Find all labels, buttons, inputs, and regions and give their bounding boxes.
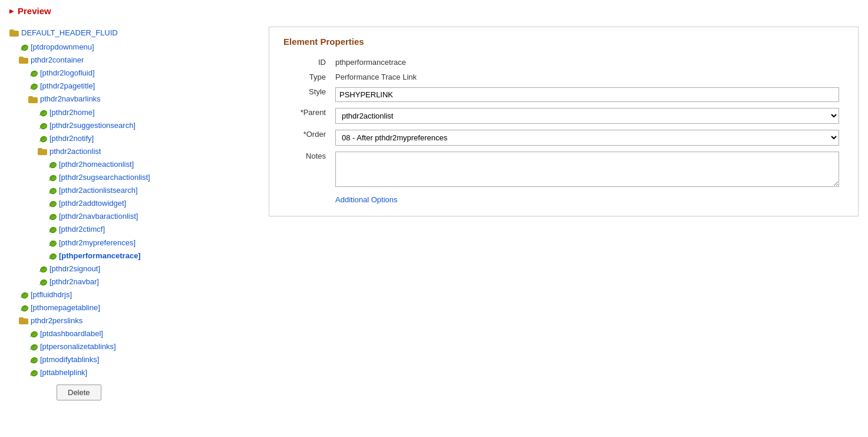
main-content: DEFAULT_HEADER_FLUID [ptdropdownmenu]pth… <box>9 27 859 400</box>
delete-button[interactable]: Delete <box>57 385 101 400</box>
tree-node-ptdashboardlabel[interactable]: [ptdashboardlabel] <box>9 327 257 340</box>
leaf-icon <box>28 82 38 90</box>
leaf-icon <box>38 134 47 143</box>
preview-title: Preview <box>18 6 51 16</box>
tree-node-pthperformancetrace[interactable]: [pthperformancetrace] <box>9 249 257 262</box>
leaf-icon <box>38 121 47 130</box>
tree-node-link-pthdr2navbar[interactable]: [pthdr2navbar] <box>49 275 99 288</box>
tree-node-pthdr2homeactionlist[interactable]: [pthdr2homeactionlist] <box>9 158 257 171</box>
tree-node-ptdropdownmenu[interactable]: [ptdropdownmenu] <box>9 41 257 54</box>
tree-node-link-pthdr2home[interactable]: [pthdr2home] <box>49 106 95 119</box>
tree-node-ptmodifytablinks[interactable]: [ptmodifytablinks] <box>9 353 257 366</box>
tree-node-pthomepagetabline[interactable]: [pthomepagetabline] <box>9 301 257 314</box>
tree-node-link-ptpersonalizetablinks[interactable]: [ptpersonalizetablinks] <box>40 340 116 353</box>
tree-node-link-pthdr2suggestionsearch[interactable]: [pthdr2suggestionsearch] <box>49 119 136 132</box>
tree-node-ptpersonalizetablinks[interactable]: [ptpersonalizetablinks] <box>9 340 257 353</box>
tree-node-pthdr2actionlist[interactable]: pthdr2actionlist <box>9 145 257 158</box>
tree-node-link-pttabhelplink[interactable]: [pttabhelplink] <box>40 366 87 379</box>
tree-node-pthdr2mypreferences[interactable]: [pthdr2mypreferences] <box>9 236 257 249</box>
prop-row-id: ID pthperformancetrace <box>283 55 844 70</box>
tree-node-link-pthdr2navbaractionlist[interactable]: [pthdr2navbaractionlist] <box>59 210 138 223</box>
tree-node-ptfluidhdrjs[interactable]: [ptfluidhdrjs] <box>9 288 257 301</box>
properties-title: Element Properties <box>283 37 844 47</box>
tree-node-link-pthdr2logofluid[interactable]: [pthdr2logofluid] <box>40 67 95 80</box>
tree-node-pthdr2sugsearchactionlist[interactable]: [pthdr2sugsearchactionlist] <box>9 171 257 184</box>
tree-root[interactable]: DEFAULT_HEADER_FLUID <box>9 27 257 40</box>
folder-icon <box>28 96 38 103</box>
tree-node-link-pthdr2pagetitle[interactable]: [pthdr2pagetitle] <box>40 80 95 93</box>
tree-node-link-pthdr2perslinks[interactable]: pthdr2perslinks <box>31 314 82 327</box>
tree-node-link-pthomepagetabline[interactable]: [pthomepagetabline] <box>31 301 100 314</box>
tree-node-pthdr2addtowidget[interactable]: [pthdr2addtowidget] <box>9 197 257 210</box>
leaf-icon <box>47 186 57 195</box>
leaf-icon <box>47 252 57 260</box>
order-select[interactable]: 08 - After pthdr2mypreferences <box>335 130 839 146</box>
leaf-icon <box>28 343 38 351</box>
style-input[interactable] <box>335 87 839 102</box>
leaf-icon <box>19 304 28 312</box>
tree-node-link-ptmodifytablinks[interactable]: [ptmodifytablinks] <box>40 353 99 366</box>
leaf-icon <box>28 330 38 338</box>
folder-icon <box>38 148 47 155</box>
prop-row-type: Type Performance Trace Link <box>283 70 844 84</box>
leaf-icon <box>38 278 47 286</box>
tree-node-pttabhelplink[interactable]: [pttabhelplink] <box>9 366 257 379</box>
tree-node-link-pthdr2signout[interactable]: [pthdr2signout] <box>49 262 100 275</box>
prop-row-parent: *Parent pthdr2actionlist <box>283 105 844 127</box>
tree-node-pthdr2notify[interactable]: [pthdr2notify] <box>9 132 257 145</box>
notes-label: Notes <box>283 149 331 192</box>
tree-nodes: [ptdropdownmenu]pthdr2container [pthdr2l… <box>9 41 257 379</box>
style-value-cell <box>331 84 844 105</box>
leaf-icon <box>47 199 57 208</box>
leaf-icon <box>38 109 47 117</box>
tree-node-link-ptdropdownmenu[interactable]: [ptdropdownmenu] <box>31 41 94 54</box>
leaf-icon <box>28 69 38 77</box>
tree-node-link-pthdr2addtowidget[interactable]: [pthdr2addtowidget] <box>59 197 126 210</box>
tree-node-pthdr2suggestionsearch[interactable]: [pthdr2suggestionsearch] <box>9 119 257 132</box>
leaf-icon <box>28 369 38 377</box>
tree-node-pthdr2pagetitle[interactable]: [pthdr2pagetitle] <box>9 80 257 93</box>
tree-node-pthdr2ctimcf[interactable]: [pthdr2ctimcf] <box>9 223 257 236</box>
leaf-icon <box>47 239 57 247</box>
tree-node-link-pthdr2homeactionlist[interactable]: [pthdr2homeactionlist] <box>59 158 134 171</box>
prop-row-order: *Order 08 - After pthdr2mypreferences <box>283 127 844 149</box>
notes-textarea[interactable] <box>335 152 839 187</box>
tree-node-pthdr2actionlistsearch[interactable]: [pthdr2actionlistsearch] <box>9 184 257 197</box>
tree-node-link-pthdr2notify[interactable]: [pthdr2notify] <box>49 132 94 145</box>
tree-node-link-pthdr2ctimcf[interactable]: [pthdr2ctimcf] <box>59 223 105 236</box>
tree-node-link-pthdr2actionlist[interactable]: pthdr2actionlist <box>49 145 101 158</box>
tree-node-link-pthdr2sugsearchactionlist[interactable]: [pthdr2sugsearchactionlist] <box>59 171 150 184</box>
tree-node-link-pthdr2container[interactable]: pthdr2container <box>31 54 84 67</box>
tree-node-pthdr2signout[interactable]: [pthdr2signout] <box>9 262 257 275</box>
tree-node-link-ptfluidhdrjs[interactable]: [ptfluidhdrjs] <box>31 288 72 301</box>
prop-row-notes: Notes <box>283 149 844 192</box>
parent-value-cell: pthdr2actionlist <box>331 105 844 127</box>
tree-node-pthdr2home[interactable]: [pthdr2home] <box>9 106 257 119</box>
delete-btn-container: Delete <box>57 385 257 400</box>
tree-node-link-pthdr2navbarlinks[interactable]: pthdr2navbarlinks <box>40 93 101 106</box>
tree-node-link-pthdr2actionlistsearch[interactable]: [pthdr2actionlistsearch] <box>59 184 138 197</box>
tree-node-link-ptdashboardlabel[interactable]: [ptdashboardlabel] <box>40 327 103 340</box>
properties-table: ID pthperformancetrace Type Performance … <box>283 55 844 192</box>
preview-header[interactable]: ▶ Preview <box>9 6 859 16</box>
additional-options-link[interactable]: Additional Options <box>335 195 844 204</box>
parent-select[interactable]: pthdr2actionlist <box>335 108 839 124</box>
style-label: Style <box>283 84 331 105</box>
leaf-icon <box>19 43 28 51</box>
tree-node-pthdr2perslinks[interactable]: pthdr2perslinks <box>9 314 257 327</box>
order-value-cell: 08 - After pthdr2mypreferences <box>331 127 844 149</box>
folder-icon <box>19 317 28 324</box>
leaf-icon <box>47 160 57 169</box>
type-value: Performance Trace Link <box>331 70 844 84</box>
tree-node-pthdr2navbarlinks[interactable]: pthdr2navbarlinks <box>9 93 257 106</box>
tree-node-pthdr2navbaractionlist[interactable]: [pthdr2navbaractionlist] <box>9 210 257 223</box>
tree-root-link[interactable]: DEFAULT_HEADER_FLUID <box>21 27 118 40</box>
prop-row-style: Style <box>283 84 844 105</box>
tree-node-pthdr2container[interactable]: pthdr2container <box>9 54 257 67</box>
tree-node-link-pthdr2mypreferences[interactable]: [pthdr2mypreferences] <box>59 236 136 249</box>
folder-icon <box>9 29 19 37</box>
tree-node-pthdr2navbar[interactable]: [pthdr2navbar] <box>9 275 257 288</box>
tree-node-pthdr2logofluid[interactable]: [pthdr2logofluid] <box>9 67 257 80</box>
tree-node-link-pthperformancetrace[interactable]: [pthperformancetrace] <box>59 249 141 262</box>
id-label: ID <box>283 55 331 70</box>
